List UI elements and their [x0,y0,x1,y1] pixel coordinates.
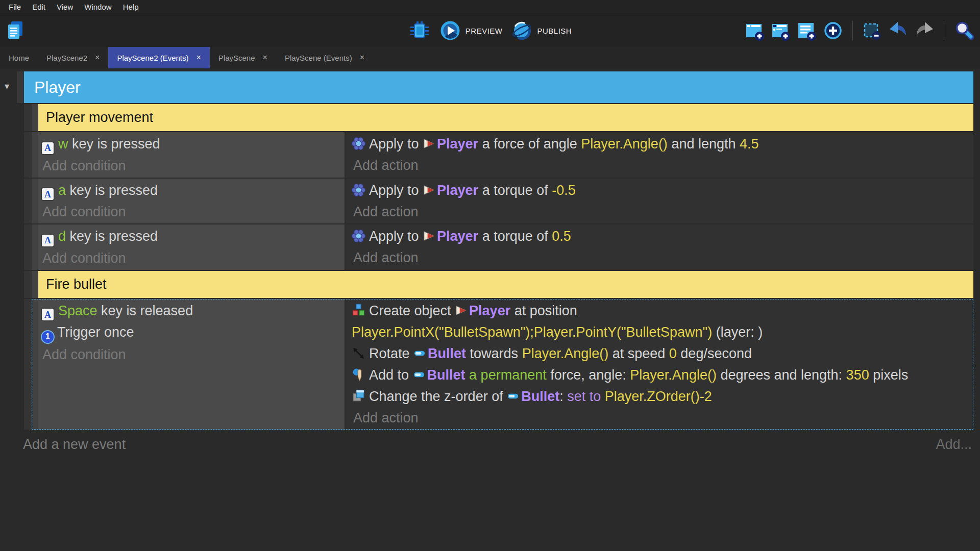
tab-playscene2[interactable]: PlayScene2× [38,47,108,68]
condition[interactable]: Ad key is pressed [41,226,345,247]
add-new-event-link[interactable]: Add a new event [23,437,126,453]
toolbar-separator [852,21,853,40]
tab-close-icon[interactable]: × [197,53,201,62]
publish-button[interactable]: PUBLISH [510,19,572,42]
physics-engine-icon [352,183,365,197]
bullet-object-icon [413,347,426,360]
action[interactable]: Change the z-order of Bullet: set to Pla… [352,386,973,407]
action[interactable]: Apply to Player a torque of -0.5 [352,180,973,201]
event-drag-handle[interactable] [32,299,38,430]
preview-label: PREVIEW [465,27,503,35]
conditions-column[interactable]: Aa key is pressedAdd condition [38,179,346,224]
group-spine [24,132,32,178]
tab-label: PlayScene2 (Events) [117,54,188,62]
tab-bar: HomePlayScene2×PlayScene2 (Events)×PlayS… [0,47,980,68]
group-spine [24,299,32,430]
action[interactable]: Apply to Player a torque of 0.5 [352,226,973,247]
add-comment-icon[interactable] [796,19,818,42]
tab-playscene2-events[interactable]: PlayScene2 (Events)× [108,47,209,68]
tab-home[interactable]: Home [0,47,38,68]
event-row: Aa key is pressedAdd condition Apply to … [24,179,973,224]
add-condition-link[interactable]: Add condition [41,201,345,222]
add-action-link[interactable]: Add action [352,247,973,268]
group-spine [24,271,32,298]
sheet-footer: Add a new event Add... [23,437,972,453]
keyboard-icon: A [41,308,55,321]
add-action-link[interactable]: Add action [352,155,973,176]
comment-text[interactable]: Fire bullet [38,271,973,298]
conditions-column[interactable]: Ad key is pressedAdd condition [38,224,346,270]
trigger-once-icon: 1 [41,330,55,344]
action[interactable]: Create object Player at position [352,300,973,321]
condition[interactable]: Aa key is pressed [41,180,345,202]
event-drag-handle[interactable] [32,271,38,298]
keyboard-icon: A [41,234,55,247]
player-object-icon [423,230,435,242]
player-object-icon [455,304,468,317]
conditions-column[interactable]: ASpace key is released1Trigger onceAdd c… [38,299,346,430]
actions-column[interactable]: Apply to Player a torque of -0.5Add acti… [346,179,973,224]
group-spine [24,104,32,131]
tab-label: Home [9,54,29,62]
add-other-event-icon[interactable] [822,19,844,42]
group-drag-handle[interactable] [17,71,24,103]
create-object-icon [352,304,365,317]
group-title[interactable]: Player [24,71,973,103]
actions-column[interactable]: Apply to Player a torque of 0.5Add actio… [346,224,973,270]
add-subevent-icon[interactable] [770,19,792,42]
event-sheet: ▾ Player Player movement Aw key is press… [0,68,980,551]
menu-item-view[interactable]: View [51,3,79,11]
event-row: Aw key is pressedAdd condition Apply to … [24,132,973,178]
preview-button[interactable]: PREVIEW [439,19,503,42]
tab-label: PlayScene [218,54,255,62]
toolbar-separator [944,21,944,40]
action[interactable]: Apply to Player a force of angle Player.… [352,133,973,155]
search-icon[interactable] [952,19,975,42]
comment-text[interactable]: Player movement [38,104,973,131]
condition[interactable]: Aw key is pressed [41,133,345,155]
menu-item-window[interactable]: Window [79,3,117,11]
add-action-link[interactable]: Add action [352,201,973,222]
event-rows: Player movement Aw key is pressedAdd con… [24,104,973,430]
redo-icon[interactable] [913,19,936,42]
debug-icon[interactable] [408,19,431,42]
action[interactable]: Add to Bullet a permanent force, angle: … [352,364,973,386]
event-drag-handle[interactable] [32,179,38,224]
actions-column[interactable]: Apply to Player a force of angle Player.… [346,132,973,178]
action[interactable]: Rotate Bullet towards Player.Angle() at … [352,343,973,364]
action[interactable]: Player.PointX("BulletSpawn");Player.Poin… [352,321,973,343]
event-row: Ad key is pressedAdd condition Apply to … [24,224,973,270]
add-more-link[interactable]: Add... [936,437,972,453]
group-spine [24,179,32,224]
add-condition-link[interactable]: Add condition [41,344,345,365]
event-drag-handle[interactable] [32,132,38,178]
collapse-group-caret[interactable]: ▾ [5,81,9,92]
add-condition-link[interactable]: Add condition [41,247,345,269]
comment-event: Fire bullet [24,271,973,298]
condition[interactable]: 1Trigger once [41,321,345,344]
event-row: ASpace key is released1Trigger onceAdd c… [24,299,973,430]
tab-playscene[interactable]: PlayScene× [210,47,276,68]
menu-item-file[interactable]: File [3,3,27,11]
tab-playscene-events[interactable]: PlayScene (Events)× [276,47,373,68]
comment-event: Player movement [24,104,973,131]
condition[interactable]: ASpace key is released [41,300,345,322]
menu-item-edit[interactable]: Edit [27,3,51,11]
delete-selection-icon[interactable] [861,19,884,42]
events-group-header[interactable]: Player [17,71,973,103]
menu-item-help[interactable]: Help [117,3,144,11]
tab-close-icon[interactable]: × [95,53,100,62]
add-action-link[interactable]: Add action [352,407,973,429]
add-event-icon[interactable] [744,19,766,42]
conditions-column[interactable]: Aw key is pressedAdd condition [38,132,346,178]
tab-close-icon[interactable]: × [360,53,364,62]
actions-column[interactable]: Create object Player at positionPlayer.P… [346,299,973,430]
add-force-icon [352,368,365,382]
event-drag-handle[interactable] [32,224,38,270]
tab-close-icon[interactable]: × [263,53,267,62]
event-drag-handle[interactable] [32,104,38,131]
project-manager-icon[interactable] [4,19,27,42]
player-object-icon [423,137,435,150]
add-condition-link[interactable]: Add condition [41,155,345,177]
undo-icon[interactable] [887,19,910,42]
